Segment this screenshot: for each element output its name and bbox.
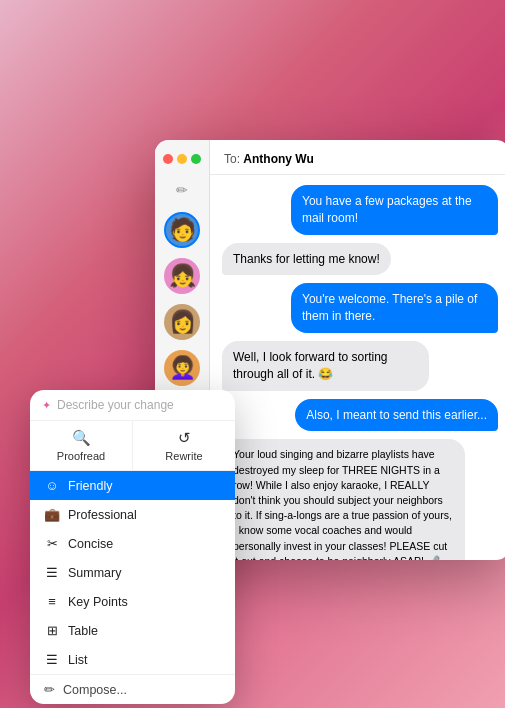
compose-icon[interactable]: ✏: [176, 182, 188, 198]
list-icon: ☰: [44, 652, 60, 667]
compose-label: Compose...: [63, 683, 127, 697]
menu-item-friendly[interactable]: ☺ Friendly: [30, 471, 235, 500]
summary-icon: ☰: [44, 565, 60, 580]
rewrite-icon: ↺: [178, 429, 191, 447]
concise-label: Concise: [68, 537, 113, 551]
maximize-button[interactable]: [191, 154, 201, 164]
menu-item-keypoints[interactable]: ≡ Key Points: [30, 587, 235, 616]
menu-item-professional[interactable]: 💼 Professional: [30, 500, 235, 529]
summary-label: Summary: [68, 566, 121, 580]
professional-label: Professional: [68, 508, 137, 522]
recipient-name: Anthony Wu: [243, 152, 313, 166]
rewrite-label: Rewrite: [165, 450, 202, 462]
proofread-label: Proofread: [57, 450, 105, 462]
friendly-label: Friendly: [68, 479, 112, 493]
table-label: Table: [68, 624, 98, 638]
ai-menu-items: ☺ Friendly 💼 Professional ✂ Concise ☰ Su…: [30, 471, 235, 674]
recipient-label: To:: [224, 152, 240, 166]
chat-area: To: Anthony Wu You have a few packages a…: [210, 140, 505, 560]
traffic-lights: [155, 154, 201, 164]
friendly-icon: ☺: [44, 478, 60, 493]
close-button[interactable]: [163, 154, 173, 164]
keypoints-label: Key Points: [68, 595, 128, 609]
ai-popup: ✦ Describe your change 🔍 Proofread ↺ Rew…: [30, 390, 235, 704]
ai-search-bar: ✦ Describe your change: [30, 390, 235, 421]
compose-option[interactable]: ✏ Compose...: [30, 674, 235, 704]
message-bubble-6: Your loud singing and bizarre playlists …: [222, 439, 465, 560]
message-bubble-1: You have a few packages at the mail room…: [291, 185, 498, 235]
messages-list: You have a few packages at the mail room…: [210, 175, 505, 560]
keypoints-icon: ≡: [44, 594, 60, 609]
menu-item-concise[interactable]: ✂ Concise: [30, 529, 235, 558]
avatar-4[interactable]: 👩‍🦱: [164, 350, 200, 386]
list-label: List: [68, 653, 87, 667]
chat-header: To: Anthony Wu: [210, 140, 505, 175]
avatar-1[interactable]: 🧑: [164, 212, 200, 248]
message-bubble-3: You're welcome. There's a pile of them i…: [291, 283, 498, 333]
sparkle-icon: ✦: [42, 399, 51, 412]
message-bubble-2: Thanks for letting me know!: [222, 243, 391, 276]
menu-item-summary[interactable]: ☰ Summary: [30, 558, 235, 587]
menu-item-table[interactable]: ⊞ Table: [30, 616, 235, 645]
message-bubble-5: Also, I meant to send this earlier...: [295, 399, 498, 432]
menu-item-list[interactable]: ☰ List: [30, 645, 235, 674]
ai-search-placeholder[interactable]: Describe your change: [57, 398, 223, 412]
proofread-button[interactable]: 🔍 Proofread: [30, 421, 133, 470]
ai-buttons-row: 🔍 Proofread ↺ Rewrite: [30, 421, 235, 471]
concise-icon: ✂: [44, 536, 60, 551]
minimize-button[interactable]: [177, 154, 187, 164]
compose-slash-icon: ✏: [44, 682, 55, 697]
professional-icon: 💼: [44, 507, 60, 522]
table-icon: ⊞: [44, 623, 60, 638]
message-bubble-4: Well, I look forward to sorting through …: [222, 341, 429, 391]
proofread-icon: 🔍: [72, 429, 91, 447]
avatar-3[interactable]: 👩: [164, 304, 200, 340]
rewrite-button[interactable]: ↺ Rewrite: [133, 421, 235, 470]
avatar-2[interactable]: 👧: [164, 258, 200, 294]
